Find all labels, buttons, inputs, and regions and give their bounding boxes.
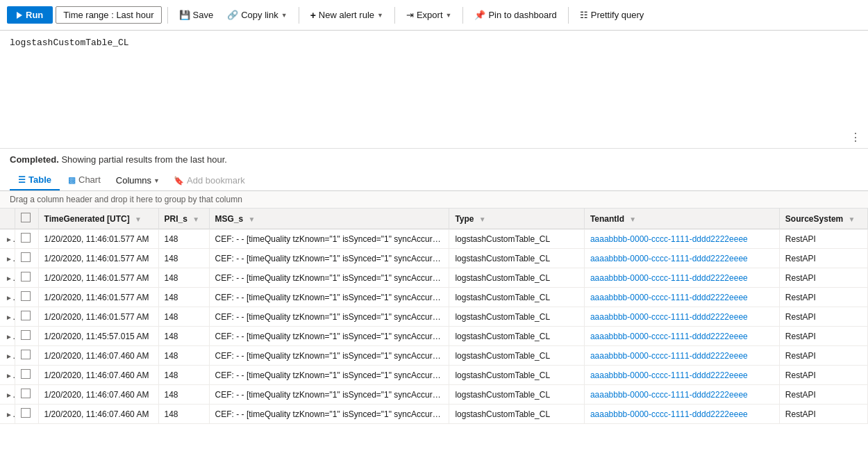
new-alert-rule-button[interactable]: + New alert rule ▼ (305, 7, 389, 24)
cell-msg: CEF: - - [timeQuality tzKnown="1" isSync… (209, 307, 449, 327)
table-row: ►1/20/2020, 11:46:01.577 AM148CEF: - - [… (0, 288, 868, 307)
cell-tenant-id: aaaabbbb-0000-cccc-1111-dddd2222eeee (584, 405, 779, 424)
tabs-bar: ☰ Table ▩ Chart Columns ▼ 🔖 Add bookmark (0, 168, 868, 191)
col-header-checkbox (15, 209, 39, 229)
row-checkbox-cell (15, 366, 39, 385)
row-checkbox-cell (15, 327, 39, 346)
tenant-id-value: aaaabbbb-0000-cccc-1111-dddd2222eeee (590, 390, 748, 400)
expand-arrow-icon[interactable]: ► (6, 293, 15, 302)
export-button[interactable]: ⇥ Export ▼ (401, 7, 458, 23)
row-expand-btn[interactable]: ► (0, 268, 15, 288)
tenant-id-value: aaaabbbb-0000-cccc-1111-dddd2222eeee (590, 332, 748, 341)
expand-arrow-icon[interactable]: ► (6, 254, 15, 263)
copy-link-button[interactable]: 🔗 Copy link ▼ (222, 7, 292, 23)
row-expand-btn[interactable]: ► (0, 229, 15, 249)
cell-time-generated: 1/20/2020, 11:46:01.577 AM (38, 268, 158, 288)
row-expand-btn[interactable]: ► (0, 405, 15, 424)
sep-5 (568, 7, 569, 24)
cell-time-generated: 1/20/2020, 11:46:01.577 AM (38, 249, 158, 268)
tab-table[interactable]: ☰ Table (10, 170, 60, 190)
tenant-id-value: aaaabbbb-0000-cccc-1111-dddd2222eeee (590, 312, 748, 322)
row-expand-btn[interactable]: ► (0, 346, 15, 366)
columns-button[interactable]: Columns ▼ (109, 172, 167, 188)
row-expand-btn[interactable]: ► (0, 327, 15, 346)
row-expand-btn[interactable]: ► (0, 249, 15, 268)
filter-icon-msg[interactable]: ▼ (249, 215, 256, 223)
cell-msg: CEF: - - [timeQuality tzKnown="1" isSync… (209, 405, 449, 424)
expand-arrow-icon[interactable]: ► (6, 390, 15, 400)
expand-arrow-icon[interactable]: ► (6, 332, 15, 341)
filter-icon-pri[interactable]: ▼ (192, 215, 199, 223)
cell-pri: 148 (158, 229, 209, 249)
row-checkbox[interactable] (21, 311, 31, 320)
col-header-msg[interactable]: MSG_s ▼ (209, 209, 449, 229)
drag-hint-text: Drag a column header and drop it here to… (10, 195, 242, 204)
row-checkbox[interactable] (21, 291, 31, 301)
add-bookmark-button[interactable]: 🔖 Add bookmark (167, 172, 252, 188)
pin-to-dashboard-button[interactable]: 📌 Pin to dashboard (469, 7, 562, 23)
row-checkbox-cell (15, 288, 39, 307)
col-header-source[interactable]: SourceSystem ▼ (779, 209, 867, 229)
status-bar: Completed. Showing partial results from … (0, 149, 868, 168)
filter-icon-source[interactable]: ▼ (849, 215, 856, 223)
expand-arrow-icon[interactable]: ► (6, 234, 15, 244)
time-range-button[interactable]: Time range : Last hour (56, 6, 161, 24)
row-expand-btn[interactable]: ► (0, 307, 15, 327)
row-expand-btn[interactable]: ► (0, 385, 15, 405)
col-header-pri[interactable]: PRI_s ▼ (158, 209, 209, 229)
row-checkbox-cell (15, 249, 39, 268)
plus-icon: + (310, 10, 316, 21)
expand-arrow-icon[interactable]: ► (6, 351, 15, 361)
row-checkbox[interactable] (21, 272, 31, 282)
row-checkbox[interactable] (21, 233, 31, 243)
chart-tab-label: Chart (78, 174, 101, 185)
save-button[interactable]: 💾 Save (174, 7, 219, 23)
col-header-time-generated[interactable]: TimeGenerated [UTC] ▼ (38, 209, 158, 229)
cell-tenant-id: aaaabbbb-0000-cccc-1111-dddd2222eeee (584, 249, 779, 268)
results-table-container[interactable]: TimeGenerated [UTC] ▼ PRI_s ▼ MSG_s ▼ Ty… (0, 209, 868, 424)
cell-source-system: RestAPI (779, 268, 867, 288)
expand-arrow-icon[interactable]: ► (6, 409, 15, 419)
select-all-checkbox[interactable] (21, 213, 31, 222)
row-checkbox[interactable] (21, 408, 31, 418)
run-button[interactable]: Run (7, 6, 53, 24)
add-bookmark-label: Add bookmark (187, 175, 245, 186)
row-checkbox[interactable] (21, 369, 31, 379)
chevron-down-icon-2: ▼ (377, 12, 383, 19)
cell-msg: CEF: - - [timeQuality tzKnown="1" isSync… (209, 327, 449, 346)
expand-arrow-icon[interactable]: ► (6, 370, 15, 380)
pin-to-dashboard-label: Pin to dashboard (488, 10, 556, 20)
cell-type: logstashCustomTable_CL (449, 268, 585, 288)
tenant-id-value: aaaabbbb-0000-cccc-1111-dddd2222eeee (590, 234, 748, 244)
filter-icon-tenant[interactable]: ▼ (629, 215, 636, 223)
tenant-id-value: aaaabbbb-0000-cccc-1111-dddd2222eeee (590, 273, 748, 283)
row-checkbox[interactable] (21, 252, 31, 262)
prettify-query-label: Prettify query (591, 10, 644, 20)
dots-menu[interactable]: ⋮ (850, 131, 861, 144)
filter-icon-type[interactable]: ▼ (479, 215, 486, 223)
row-expand-btn[interactable]: ► (0, 288, 15, 307)
cell-msg: CEF: - - [timeQuality tzKnown="1" isSync… (209, 385, 449, 405)
cell-tenant-id: aaaabbbb-0000-cccc-1111-dddd2222eeee (584, 288, 779, 307)
row-checkbox-cell (15, 405, 39, 424)
row-checkbox[interactable] (21, 330, 31, 340)
save-label: Save (193, 10, 214, 20)
row-expand-btn[interactable]: ► (0, 366, 15, 385)
row-checkbox[interactable] (21, 350, 31, 359)
query-text[interactable]: logstashCustomTable_CL (10, 38, 858, 48)
query-area: logstashCustomTable_CL ⋮ (0, 31, 868, 149)
expand-arrow-icon[interactable]: ► (6, 312, 15, 322)
cell-msg: CEF: - - [timeQuality tzKnown="1" isSync… (209, 268, 449, 288)
table-row: ►1/20/2020, 11:45:57.015 AM148CEF: - - [… (0, 327, 868, 346)
cell-time-generated: 1/20/2020, 11:46:07.460 AM (38, 405, 158, 424)
col-header-tenant[interactable]: TenantId ▼ (584, 209, 779, 229)
save-icon: 💾 (179, 10, 190, 20)
col-header-type[interactable]: Type ▼ (449, 209, 585, 229)
prettify-query-button[interactable]: ☷ Prettify query (574, 7, 650, 23)
row-checkbox[interactable] (21, 389, 31, 398)
filter-icon-time[interactable]: ▼ (135, 215, 142, 223)
tab-chart[interactable]: ▩ Chart (60, 170, 109, 190)
table-row: ►1/20/2020, 11:46:07.460 AM148CEF: - - [… (0, 385, 868, 405)
expand-arrow-icon[interactable]: ► (6, 273, 15, 283)
cell-time-generated: 1/20/2020, 11:45:57.015 AM (38, 327, 158, 346)
